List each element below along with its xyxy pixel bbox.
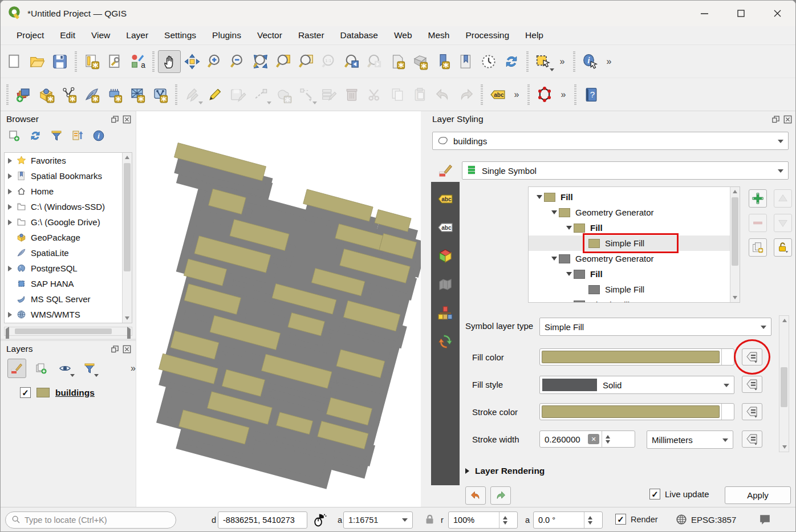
open-project-button[interactable] bbox=[26, 50, 48, 73]
tab-masks[interactable]: abc bbox=[436, 218, 455, 237]
new-map-view-button[interactable] bbox=[386, 50, 409, 73]
locator-input[interactable] bbox=[25, 515, 161, 525]
new-virtual-layer-button[interactable] bbox=[103, 83, 126, 106]
symbol-node-simple-fill[interactable]: Simple Fill bbox=[529, 235, 740, 251]
browser-item-spatialite[interactable]: SpatiaLite bbox=[5, 245, 132, 261]
menu-edit[interactable]: Edit bbox=[52, 28, 83, 43]
toolbar-overflow-button[interactable]: » bbox=[602, 50, 616, 73]
browser-item-g-google-drive[interactable]: G:\ (Google Drive) bbox=[5, 214, 132, 230]
toolbar-overflow-button[interactable]: » bbox=[509, 83, 524, 106]
symbol-node-fill[interactable]: Fill bbox=[529, 189, 740, 205]
filter-browser-button[interactable] bbox=[50, 129, 63, 145]
menu-raster[interactable]: Raster bbox=[290, 28, 332, 43]
symbol-node-geometry-generator[interactable]: Geometry Generator bbox=[529, 205, 740, 220]
toolbar-overflow-button[interactable]: » bbox=[555, 50, 570, 73]
new-gpx-layer-button[interactable] bbox=[149, 83, 172, 106]
show-layout-manager-button[interactable] bbox=[103, 50, 126, 73]
refresh-browser-button[interactable] bbox=[29, 129, 42, 145]
browser-item-home[interactable]: Home bbox=[5, 184, 132, 199]
browser-item-c-windows-ssd[interactable]: C:\ (Windows-SSD) bbox=[5, 199, 132, 214]
symbol-node-fill[interactable]: Fill bbox=[529, 266, 740, 282]
scale-combo[interactable]: 1:16751 bbox=[343, 511, 413, 529]
stroke-width-input[interactable] bbox=[540, 434, 588, 444]
new-spatial-bookmark-button[interactable] bbox=[432, 50, 454, 73]
style-panel-button[interactable] bbox=[7, 359, 26, 378]
live-update-checkbox[interactable]: ✓Live update bbox=[649, 489, 709, 499]
tab-symbology[interactable] bbox=[431, 159, 460, 182]
menu-mesh[interactable]: Mesh bbox=[420, 28, 458, 43]
layer-visibility-checkbox[interactable]: ✓ bbox=[20, 387, 31, 398]
symbol-node-simple-fill[interactable]: Simple Fill bbox=[529, 282, 740, 297]
toolbar-overflow-button[interactable]: » bbox=[556, 83, 571, 106]
fill-style-combo[interactable]: Solid bbox=[539, 376, 734, 394]
symbol-node-fill[interactable]: Fill bbox=[529, 220, 740, 235]
new-spatialite-layer-button[interactable] bbox=[80, 83, 103, 106]
browser-item-favorites[interactable]: Favorites bbox=[5, 153, 132, 168]
stroke-width-unit-combo[interactable]: Millimeters bbox=[647, 431, 733, 449]
float-panel-icon[interactable] bbox=[111, 115, 119, 124]
collapse-all-button[interactable] bbox=[71, 129, 84, 145]
renderer-combo[interactable]: Single Symbol bbox=[462, 161, 789, 180]
add-layer-button[interactable] bbox=[7, 129, 21, 145]
style-redo-button[interactable] bbox=[490, 486, 511, 505]
locator-search[interactable] bbox=[5, 511, 176, 529]
menu-processing[interactable]: Processing bbox=[457, 28, 517, 43]
close-panel-icon[interactable] bbox=[783, 115, 792, 124]
help-contents-button[interactable]: ? bbox=[580, 83, 603, 106]
mouse-position-icon[interactable] bbox=[312, 512, 328, 530]
tab-history[interactable] bbox=[436, 332, 455, 351]
styling-layer-combo[interactable]: buildings bbox=[432, 132, 789, 150]
temporal-controller-button[interactable] bbox=[477, 50, 500, 73]
symbol-node-simple-fill[interactable]: Simple Fill bbox=[529, 297, 740, 303]
fill-style-data-defined-override[interactable] bbox=[742, 376, 762, 393]
new-project-button[interactable] bbox=[3, 50, 26, 73]
digitizing-topology-button[interactable] bbox=[533, 83, 556, 106]
new-mesh-layer-button[interactable] bbox=[126, 83, 149, 106]
clear-value-icon[interactable]: ✕ bbox=[588, 434, 599, 444]
menu-help[interactable]: Help bbox=[517, 28, 551, 43]
menu-layer[interactable]: Layer bbox=[118, 28, 156, 43]
zoom-out-button[interactable] bbox=[226, 50, 249, 73]
browser-vscrollbar[interactable] bbox=[122, 153, 132, 323]
layer-row-buildings[interactable]: ✓ buildings bbox=[1, 381, 136, 398]
new-geopackage-layer-button[interactable] bbox=[35, 83, 58, 106]
menu-project[interactable]: Project bbox=[9, 28, 52, 43]
close-panel-icon[interactable] bbox=[123, 345, 131, 354]
crs-indicator[interactable]: EPSG:3857 bbox=[691, 515, 736, 525]
magnifier-input[interactable] bbox=[449, 515, 499, 525]
styling-scrollbar[interactable] bbox=[779, 315, 789, 452]
magnifier-spinbox[interactable] bbox=[448, 511, 518, 529]
new-shapefile-layer-button[interactable] bbox=[58, 83, 80, 106]
layers-toolbar-overflow[interactable]: » bbox=[131, 363, 136, 373]
show-spatial-bookmarks-button[interactable] bbox=[454, 50, 477, 73]
render-checkbox[interactable]: ✓Render bbox=[615, 514, 658, 525]
symbol-tree-scrollbar[interactable] bbox=[730, 187, 740, 302]
add-group-button[interactable] bbox=[32, 359, 50, 378]
browser-item-sap-hana[interactable]: SAP HANA bbox=[5, 276, 132, 291]
zoom-full-button[interactable] bbox=[249, 50, 272, 73]
tab-view-3d[interactable] bbox=[436, 247, 455, 265]
maximize-button[interactable] bbox=[722, 1, 759, 26]
close-button[interactable] bbox=[759, 1, 795, 26]
data-source-manager-button[interactable] bbox=[12, 83, 35, 106]
duplicate-symbol-layer-button[interactable] bbox=[749, 238, 767, 257]
stroke-width-data-defined-override[interactable] bbox=[742, 431, 762, 448]
browser-item-postgresql[interactable]: PostgreSQL bbox=[5, 261, 132, 276]
tab-labels[interactable]: abc bbox=[436, 190, 455, 208]
minimize-button[interactable] bbox=[686, 1, 722, 26]
close-panel-icon[interactable] bbox=[123, 115, 131, 124]
refresh-map-button[interactable] bbox=[500, 50, 523, 73]
zoom-in-button[interactable] bbox=[204, 50, 226, 73]
toggle-editing-button[interactable] bbox=[204, 83, 226, 106]
select-features-button[interactable] bbox=[532, 50, 555, 73]
style-manager-button[interactable]: a bbox=[126, 50, 149, 73]
map-canvas[interactable] bbox=[136, 111, 421, 507]
lock-scale-icon[interactable] bbox=[424, 513, 436, 527]
pan-to-selection-button[interactable] bbox=[181, 50, 204, 73]
stroke-width-spinbox[interactable]: ✕ bbox=[539, 431, 635, 448]
fill-color-data-defined-override[interactable] bbox=[742, 348, 762, 366]
symbol-node-geometry-generator[interactable]: Geometry Generator bbox=[529, 251, 740, 266]
layer-rendering-section[interactable]: Layer Rendering bbox=[465, 466, 545, 476]
properties-info-button[interactable]: i bbox=[92, 129, 105, 145]
zoom-to-selection-button[interactable] bbox=[272, 50, 295, 73]
